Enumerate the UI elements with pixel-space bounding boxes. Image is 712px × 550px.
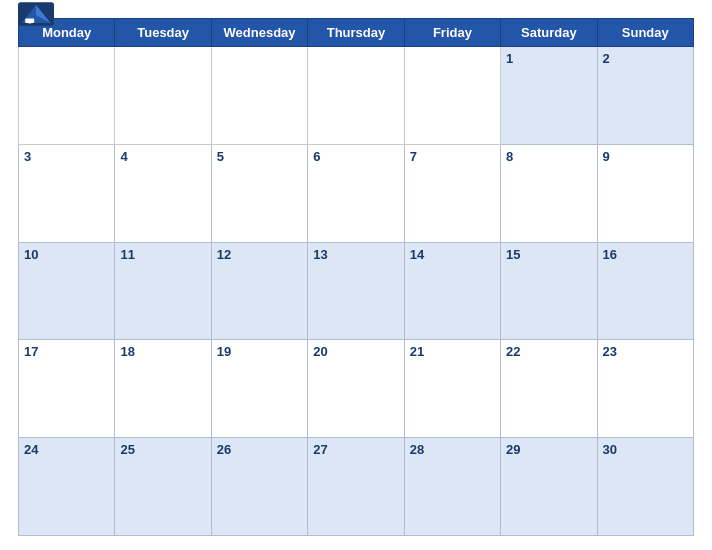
day-number: 29: [506, 442, 520, 457]
day-number: 22: [506, 344, 520, 359]
day-number: 30: [603, 442, 617, 457]
weekday-header-tuesday: Tuesday: [115, 19, 211, 47]
calendar-day-6: 6: [308, 144, 404, 242]
weekday-header-sunday: Sunday: [597, 19, 693, 47]
calendar-table: MondayTuesdayWednesdayThursdayFridaySatu…: [18, 18, 694, 536]
calendar-week-row: 24252627282930: [19, 438, 694, 536]
calendar-day-30: 30: [597, 438, 693, 536]
calendar-week-row: 12: [19, 47, 694, 145]
day-number: 23: [603, 344, 617, 359]
calendar-week-row: 10111213141516: [19, 242, 694, 340]
day-number: 15: [506, 247, 520, 262]
calendar-day-19: 19: [211, 340, 307, 438]
calendar-empty-cell: [308, 47, 404, 145]
calendar-empty-cell: [19, 47, 115, 145]
calendar-day-1: 1: [501, 47, 597, 145]
calendar-day-5: 5: [211, 144, 307, 242]
day-number: 14: [410, 247, 424, 262]
day-number: 10: [24, 247, 38, 262]
day-number: 19: [217, 344, 231, 359]
calendar-day-27: 27: [308, 438, 404, 536]
day-number: 27: [313, 442, 327, 457]
weekday-header-wednesday: Wednesday: [211, 19, 307, 47]
calendar-day-10: 10: [19, 242, 115, 340]
day-number: 17: [24, 344, 38, 359]
svg-text:G: G: [28, 20, 32, 25]
weekday-header-friday: Friday: [404, 19, 500, 47]
day-number: 2: [603, 51, 610, 66]
calendar-day-25: 25: [115, 438, 211, 536]
calendar-day-21: 21: [404, 340, 500, 438]
calendar-day-16: 16: [597, 242, 693, 340]
weekday-header-thursday: Thursday: [308, 19, 404, 47]
calendar-week-row: 3456789: [19, 144, 694, 242]
calendar-empty-cell: [404, 47, 500, 145]
calendar-day-3: 3: [19, 144, 115, 242]
calendar-day-23: 23: [597, 340, 693, 438]
day-number: 12: [217, 247, 231, 262]
day-number: 18: [120, 344, 134, 359]
day-number: 4: [120, 149, 127, 164]
calendar-day-26: 26: [211, 438, 307, 536]
day-number: 6: [313, 149, 320, 164]
day-number: 21: [410, 344, 424, 359]
calendar-day-24: 24: [19, 438, 115, 536]
calendar-day-17: 17: [19, 340, 115, 438]
calendar-day-11: 11: [115, 242, 211, 340]
calendar-day-15: 15: [501, 242, 597, 340]
calendar-day-14: 14: [404, 242, 500, 340]
day-number: 3: [24, 149, 31, 164]
calendar-day-12: 12: [211, 242, 307, 340]
day-number: 25: [120, 442, 134, 457]
calendar-week-row: 17181920212223: [19, 340, 694, 438]
calendar-day-22: 22: [501, 340, 597, 438]
day-number: 13: [313, 247, 327, 262]
day-number: 5: [217, 149, 224, 164]
calendar-day-28: 28: [404, 438, 500, 536]
day-number: 1: [506, 51, 513, 66]
day-number: 20: [313, 344, 327, 359]
day-number: 26: [217, 442, 231, 457]
calendar-day-7: 7: [404, 144, 500, 242]
logo: G: [18, 2, 54, 26]
calendar-day-4: 4: [115, 144, 211, 242]
calendar-empty-cell: [115, 47, 211, 145]
day-number: 11: [120, 247, 134, 262]
day-number: 16: [603, 247, 617, 262]
day-number: 9: [603, 149, 610, 164]
day-number: 28: [410, 442, 424, 457]
calendar-day-9: 9: [597, 144, 693, 242]
calendar-day-13: 13: [308, 242, 404, 340]
calendar-day-29: 29: [501, 438, 597, 536]
day-number: 8: [506, 149, 513, 164]
calendar-day-8: 8: [501, 144, 597, 242]
calendar-day-2: 2: [597, 47, 693, 145]
calendar-empty-cell: [211, 47, 307, 145]
calendar-day-20: 20: [308, 340, 404, 438]
day-number: 7: [410, 149, 417, 164]
weekday-header-row: MondayTuesdayWednesdayThursdayFridaySatu…: [19, 19, 694, 47]
weekday-header-saturday: Saturday: [501, 19, 597, 47]
calendar-day-18: 18: [115, 340, 211, 438]
day-number: 24: [24, 442, 38, 457]
